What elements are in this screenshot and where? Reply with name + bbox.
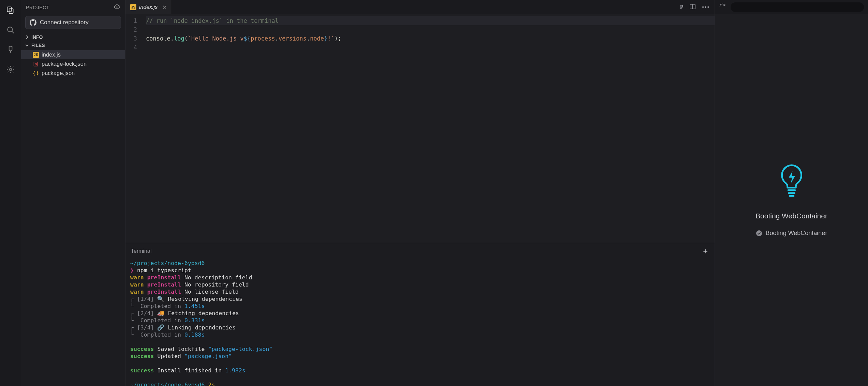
code-lines: // run `node index.js` in the terminal c…: [146, 16, 715, 243]
file-item-package-json[interactable]: package.json: [21, 68, 125, 78]
search-icon[interactable]: [4, 24, 17, 36]
tab-index-js[interactable]: JS index.js ✕: [125, 0, 172, 14]
svg-point-2: [8, 27, 12, 32]
section-files[interactable]: FILES: [21, 41, 125, 49]
split-editor-icon[interactable]: [689, 3, 696, 11]
sidebar-title: PROJECT: [26, 5, 49, 10]
js-file-icon: JS: [33, 52, 39, 58]
connect-repo-label: Connect repository: [40, 19, 89, 26]
line-gutter: 1 2 3 4: [125, 16, 146, 243]
json-file-icon: [33, 70, 39, 76]
activity-bar: [0, 0, 21, 386]
svg-rect-6: [35, 64, 36, 65]
check-circle-icon: [756, 230, 762, 236]
section-info[interactable]: INFO: [21, 33, 125, 41]
terminal-output[interactable]: ~/projects/node-6ypsd6 ❯ npm i typescrip…: [125, 259, 715, 386]
preview-status: Booting WebContainer: [756, 230, 827, 237]
prettier-icon[interactable]: P: [680, 4, 683, 10]
svg-line-3: [12, 31, 14, 33]
terminal-add-button[interactable]: ＋: [702, 246, 709, 256]
svg-point-4: [10, 68, 12, 71]
settings-icon[interactable]: [4, 63, 17, 76]
preview-title: Booting WebContainer: [755, 212, 827, 220]
terminal-panel: Terminal ＋ ~/projects/node-6ypsd6 ❯ npm …: [125, 243, 715, 386]
connect-repository-button[interactable]: Connect repository: [25, 16, 121, 29]
lightning-bulb-icon: [778, 164, 805, 202]
lock-file-icon: [33, 61, 39, 67]
reload-icon[interactable]: [719, 3, 726, 11]
preview-url-bar[interactable]: [731, 2, 864, 12]
chevron-down-icon: [25, 43, 29, 48]
explorer-icon[interactable]: [4, 4, 17, 16]
file-item-package-lock[interactable]: package-lock.json: [21, 59, 125, 68]
terminal-title: Terminal: [131, 248, 151, 254]
cloud-icon[interactable]: [114, 3, 120, 11]
svg-rect-5: [34, 62, 38, 66]
svg-point-12: [756, 230, 762, 236]
chevron-right-icon: [25, 35, 29, 40]
more-icon[interactable]: •••: [702, 4, 710, 10]
tab-bar: JS index.js ✕ P •••: [125, 0, 715, 14]
file-tree: JS index.js package-lock.json package.js…: [21, 49, 125, 78]
file-item-index-js[interactable]: JS index.js: [21, 50, 125, 59]
editor-area: JS index.js ✕ P ••• 1 2 3 4 // run `node…: [125, 0, 715, 386]
close-tab-button[interactable]: ✕: [162, 4, 167, 11]
preview-pane: Booting WebContainer Booting WebContaine…: [715, 0, 868, 386]
ports-icon[interactable]: [4, 44, 17, 56]
js-file-icon: JS: [130, 4, 136, 10]
sidebar: PROJECT Connect repository INFO FILES JS…: [21, 0, 125, 386]
github-icon: [30, 19, 36, 26]
code-editor[interactable]: 1 2 3 4 // run `node index.js` in the te…: [125, 14, 715, 243]
editor-actions: P •••: [675, 3, 715, 11]
